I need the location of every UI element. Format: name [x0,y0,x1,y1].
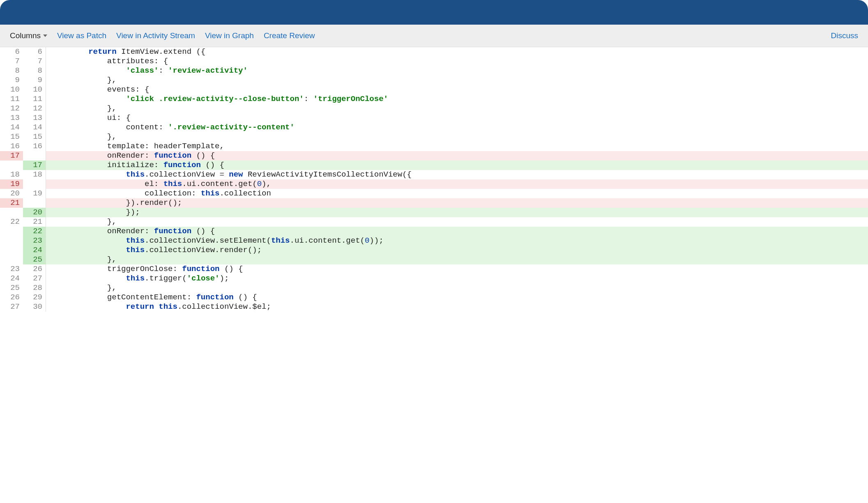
diff-row[interactable]: 2427 this.trigger('close'); [0,274,868,283]
diff-row[interactable]: 2730 return this.collectionView.$el; [0,302,868,312]
code-token: : [159,66,168,75]
line-number-old: 23 [0,264,23,274]
code-token: ReviewActivityItemsCollectionView({ [243,170,412,179]
line-number-old: 24 [0,274,23,283]
diff-row[interactable]: 2221 }, [0,217,868,227]
diff-row[interactable]: 1212 }, [0,104,868,113]
code-token: return [126,302,154,311]
code-token [51,66,126,75]
view-in-activity-stream-link[interactable]: View in Activity Stream [116,31,195,40]
code-token: .collectionView.render(); [145,246,262,255]
diff-row[interactable]: 1616 template: headerTemplate, [0,142,868,151]
code-token: this [126,170,145,179]
line-number-new: 6 [23,47,46,57]
line-number-old: 17 [0,151,23,161]
diff-row[interactable]: 24 this.collectionView.render(); [0,246,868,255]
code-token: () { [191,227,215,236]
line-number-old [0,255,23,264]
code-line: onRender: function () { [46,151,868,161]
line-number-old [0,208,23,217]
view-in-graph-link[interactable]: View in Graph [205,31,254,40]
code-line: this.collectionView = new ReviewActivity… [46,170,868,179]
diff-row[interactable]: 2528 }, [0,283,868,293]
line-number-new: 16 [23,142,46,151]
diff-row[interactable]: 1818 this.collectionView = new ReviewAct… [0,170,868,179]
line-number-new: 15 [23,132,46,142]
app-header [0,0,868,25]
code-token: }, [51,132,117,141]
code-line: 'class': 'review-activity' [46,66,868,76]
code-token: 'review-activity' [168,66,248,75]
code-line: collection: this.collection [46,189,868,198]
line-number-new: 11 [23,94,46,104]
line-number-new: 8 [23,66,46,76]
diff-row[interactable]: 88 'class': 'review-activity' [0,66,868,76]
code-token: () { [219,264,243,273]
line-number-old: 6 [0,47,23,57]
discuss-link[interactable]: Discuss [831,31,858,40]
diff-row[interactable]: 23 this.collectionView.setElement(this.u… [0,236,868,246]
code-line: this.collectionView.render(); [46,246,868,255]
diff-row[interactable]: 20 }); [0,208,868,217]
diff-row[interactable]: 17 initialize: function () { [0,161,868,170]
diff-row[interactable]: 19 el: this.ui.content.get(0), [0,179,868,189]
line-number-new: 27 [23,274,46,283]
diff-row[interactable]: 1313 ui: { [0,113,868,123]
line-number-new: 29 [23,293,46,302]
line-number-old: 12 [0,104,23,113]
diff-row[interactable]: 25 }, [0,255,868,264]
diff-row[interactable]: 17 onRender: function () { [0,151,868,161]
code-token: new [229,170,243,179]
code-token: 'class' [126,66,159,75]
code-token: template: headerTemplate, [51,142,224,151]
code-token [51,274,126,283]
line-number-old: 19 [0,179,23,189]
code-line: events: { [46,85,868,94]
code-token: this [163,179,182,188]
columns-label: Columns [10,31,41,40]
diff-row[interactable]: 66 return ItemView.extend ({ [0,47,868,57]
code-token [51,246,126,255]
diff-row[interactable]: 2326 triggerOnClose: function () { [0,264,868,274]
code-token: collection: [51,189,201,198]
create-review-link[interactable]: Create Review [264,31,315,40]
code-line: }, [46,132,868,142]
code-line: }, [46,217,868,227]
diff-row[interactable]: 22 onRender: function () { [0,227,868,236]
code-line: this.trigger('close'); [46,274,868,283]
code-line: }, [46,76,868,85]
code-token: 0 [257,179,262,188]
diff-row[interactable]: 1010 events: { [0,85,868,94]
code-line: triggerOnClose: function () { [46,264,868,274]
line-number-new: 17 [23,161,46,170]
columns-dropdown[interactable]: Columns [10,31,47,40]
code-token: )); [369,236,383,245]
line-number-old: 25 [0,283,23,293]
code-token: onRender: [51,227,154,236]
code-token: function [196,293,233,302]
code-token: content: [51,123,168,132]
code-token: function [154,227,191,236]
code-line: }, [46,283,868,293]
code-line: onRender: function () { [46,227,868,236]
diff-row[interactable]: 1515 }, [0,132,868,142]
code-line: this.collectionView.setElement(this.ui.c… [46,236,868,246]
code-token: () { [201,161,224,170]
line-number-new: 13 [23,113,46,123]
diff-row[interactable]: 21 }).render(); [0,198,868,208]
code-token [51,170,126,179]
view-as-patch-link[interactable]: View as Patch [57,31,106,40]
line-number-new: 28 [23,283,46,293]
code-token: function [163,161,201,170]
code-line: }, [46,104,868,113]
diff-row[interactable]: 77 attributes: { [0,57,868,66]
code-token: ui: { [51,113,131,122]
line-number-old [0,236,23,246]
diff-row[interactable]: 2019 collection: this.collection [0,189,868,198]
diff-row[interactable]: 1414 content: '.review-activity--content… [0,123,868,132]
diff-row[interactable]: 99 }, [0,76,868,85]
code-token: .trigger( [145,274,187,283]
line-number-old: 26 [0,293,23,302]
diff-row[interactable]: 2629 getContentElement: function () { [0,293,868,302]
diff-row[interactable]: 1111 'click .review-activity--close-butt… [0,94,868,104]
